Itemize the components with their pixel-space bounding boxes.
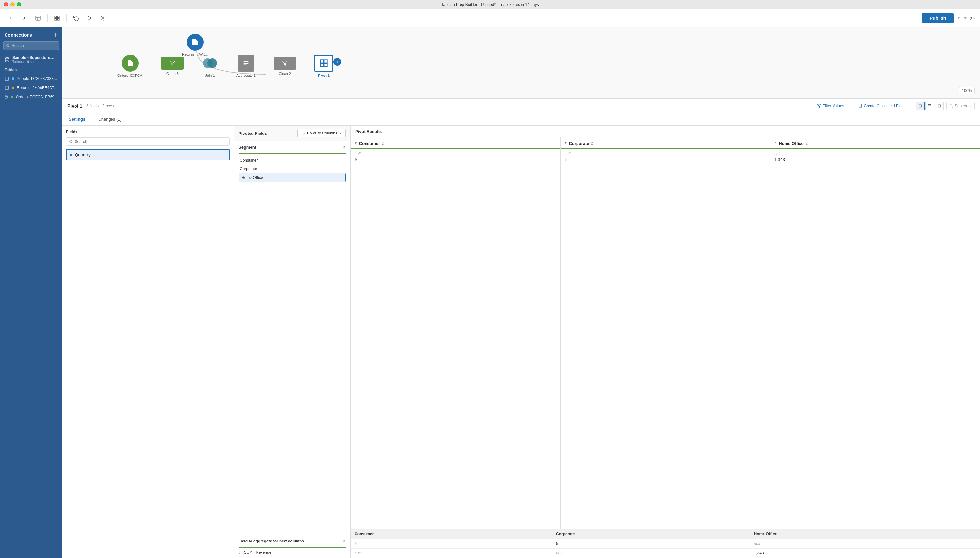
segment-corporate[interactable]: Corporate [238,165,346,173]
svg-marker-25 [817,104,821,108]
row1-corporate: 5 [552,539,750,548]
file-icon [191,38,199,46]
add-node-button[interactable]: + [333,58,341,66]
orders-file-icon [127,60,134,67]
sidebar-item-orders[interactable]: Orders_ECFCA1FB69... [0,92,62,102]
agg-close-button[interactable]: × [343,538,346,544]
svg-rect-0 [36,16,40,20]
play-button[interactable] [84,13,95,23]
flow-nodes-wrapper: Orders_ECFCA... Clean 3 [117,55,341,77]
sidebar-search-box[interactable] [3,41,59,50]
dot-blue [11,77,14,80]
panel-header: Pivot 1 3 fields 2 rows Filter Values... [62,98,980,113]
aggregate1-node[interactable]: Aggregate 1 [236,55,256,77]
svg-point-6 [103,17,104,19]
maximize-btn[interactable] [17,2,21,7]
publish-button[interactable]: Publish [922,13,954,23]
homeoffice-value: 1,343 [774,157,976,162]
svg-rect-21 [320,60,323,63]
clean3-node-label: Clean 3 [166,72,179,75]
view-toggle: ⊞ ☰ ⊟ [916,102,944,110]
row2-homeoffice: 1,343 [750,548,980,558]
field-quantity[interactable]: # Quantity [66,149,230,161]
connector-1 [143,66,161,66]
add-connection-button[interactable]: + [54,32,58,38]
flow-canvas[interactable]: Returns_2AA0... Orders_ECFCA... [62,27,980,98]
agg-func: SUM [244,550,253,555]
homeoffice-count: 2 [806,141,808,145]
svg-rect-3 [55,18,56,20]
homeoffice-title: Home Office [779,141,804,146]
content-area: Returns_2AA0... Orders_ECFCA... [62,27,980,558]
aggregate-icon [242,60,250,67]
panel-search-chevron [969,104,972,108]
connection-item[interactable]: Sample - Superstore.... Tableau extract [0,53,62,66]
sidebar-item-people[interactable]: People_D73023733B... [0,74,62,83]
svg-rect-24 [324,64,327,67]
pivot-results-columns: # Consumer 2 null 9 [351,138,980,529]
orders-node-label: Orders_ECFCA... [117,74,143,77]
toolbar-separator-1 [47,14,48,22]
minimize-btn[interactable] [10,2,15,7]
forward-button[interactable] [19,13,30,23]
sidebar: Connections + Sample - Superstore.... Ta… [0,27,62,558]
segment-home-office[interactable]: Home Office [238,173,346,182]
calc-field-button[interactable]: Create Calculated Field... [855,102,910,110]
segment-consumer[interactable]: Consumer [238,156,346,165]
segment-title: Segment [238,145,256,150]
consumer-null: null [355,151,556,156]
aggregate1-node-icon [238,55,254,72]
main-layout: Connections + Sample - Superstore.... Ta… [0,27,980,558]
fields-search[interactable] [66,138,230,146]
rows-to-columns-button[interactable]: Rows to Columns [297,129,346,138]
filter-values-button[interactable]: Filter Values... [814,102,850,110]
agg-title: Field to aggregate for new columns [238,539,304,543]
clean2-node[interactable]: Clean 2 [274,57,296,75]
frame-button[interactable] [33,13,43,23]
pivot-content: Segment × Consumer Corporate Home Office [234,141,350,535]
view-detail-button[interactable]: ⊟ [935,102,944,110]
calc-field-label: Create Calculated Field... [864,104,908,108]
corporate-count: 2 [591,141,593,145]
view-list-button[interactable]: ☰ [925,102,934,110]
panel-action-sep [853,103,853,109]
rows-to-cols-icon [301,131,305,135]
fields-search-input[interactable] [75,140,227,144]
alerts-button[interactable]: Alerts (0) [958,16,975,20]
refresh-button[interactable] [71,13,82,23]
pivot1-node-label: Pivot 1 [318,74,330,77]
back-button[interactable] [5,13,16,23]
clean3-node-icon [161,57,184,70]
close-btn[interactable] [4,2,8,7]
pivot1-node[interactable]: Pivot 1 [314,55,333,77]
returns-node[interactable]: Returns_2AA0... [182,34,208,56]
dot-green [11,95,13,98]
settings-button[interactable] [98,13,109,23]
orders-node[interactable]: Orders_ECFCA... [117,55,143,77]
tab-settings[interactable]: Settings [62,113,92,125]
consumer-count: 2 [382,141,384,145]
title-bar: Tableau Prep Builder - Untitled* - Trial… [0,0,980,9]
segment-close-button[interactable]: × [343,144,346,150]
sidebar-search-input[interactable] [11,43,56,48]
corporate-content: null 5 [561,149,770,529]
fields-search-icon [69,140,73,144]
search-icon [6,44,10,48]
connection-sub: Tableau extract [12,60,54,64]
table-icon [5,77,9,81]
agg-field: Revenue [256,550,271,555]
join1-node[interactable]: Join 1 [202,55,218,77]
homeoffice-null: null [774,151,976,156]
view-grid-button[interactable]: ⊞ [916,102,924,110]
panel-search-box[interactable]: Search [946,102,975,110]
rows-to-cols-label: Rows to Columns [307,131,337,135]
sidebar-item-returns[interactable]: Returns_2AA0FE4D7... [0,83,62,92]
panel-meta-rows: 2 rows [102,104,114,108]
tab-changes[interactable]: Changes (1) [92,113,128,125]
sidebar-header: Connections + [0,27,62,41]
filter-icon [169,60,175,66]
top-toolbar: Publish Alerts (0) [0,9,980,27]
row2-consumer: null [351,548,552,558]
grid-button[interactable] [51,13,62,23]
clean3-node[interactable]: Clean 3 [161,57,184,75]
